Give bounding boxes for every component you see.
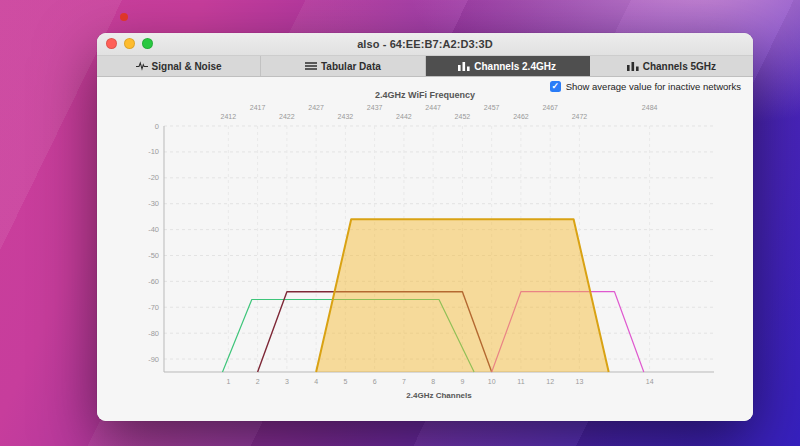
frequency-tick-label: 2462 — [513, 113, 529, 120]
channel-tick-label: 8 — [431, 378, 435, 385]
channel-tick-label: 12 — [546, 378, 554, 385]
tab-tabular-data[interactable]: Tabular Data — [261, 56, 425, 76]
frequency-tick-label: 2484 — [642, 104, 658, 111]
frequency-tick-label: 2417 — [250, 104, 266, 111]
list-icon — [305, 61, 317, 71]
frequency-tick-label: 2412 — [221, 113, 237, 120]
bar-chart-icon — [627, 61, 639, 71]
inactive-networks-checkbox-label: Show average value for inactive networks — [566, 81, 741, 92]
channel-tick-label: 4 — [314, 378, 318, 385]
channel-tick-label: 10 — [488, 378, 496, 385]
frequency-tick-label: 2442 — [396, 113, 412, 120]
y-tick-label: -60 — [148, 277, 159, 286]
tab-label: Channels 5GHz — [643, 61, 716, 72]
y-tick-label: 0 — [155, 122, 159, 131]
tab-channels-24ghz[interactable]: Channels 2.4GHz — [426, 56, 590, 76]
title-bar[interactable]: also - 64:EE:B7:A2:D3:3D — [97, 33, 753, 56]
y-tick-label: -70 — [148, 303, 159, 312]
y-tick-label: -20 — [148, 173, 159, 182]
x-axis-label: 2.4GHz Channels — [406, 391, 472, 400]
tab-bar: Signal & Noise Tabular Data Channels 2.4… — [97, 56, 753, 77]
frequency-tick-label: 2457 — [484, 104, 500, 111]
tab-label: Signal & Noise — [152, 61, 222, 72]
desktop: { "colors": { "accent_blue": "#2a7cf7", … — [0, 0, 800, 446]
y-tick-label: -90 — [148, 355, 159, 364]
channel-tick-label: 1 — [226, 378, 230, 385]
frequency-tick-label: 2472 — [572, 113, 588, 120]
channels-24ghz-chart: 0-10-20-30-40-50-60-70-80-90241224172422… — [114, 100, 736, 412]
red-status-dot — [120, 13, 128, 21]
y-tick-label: -10 — [148, 147, 159, 156]
minimize-button[interactable] — [124, 38, 135, 49]
bar-chart-icon — [458, 61, 470, 71]
tab-signal-noise[interactable]: Signal & Noise — [97, 56, 261, 76]
tab-label: Tabular Data — [321, 61, 381, 72]
wifi-analyzer-window: also - 64:EE:B7:A2:D3:3D Signal & Noise … — [97, 33, 753, 421]
frequency-tick-label: 2427 — [308, 104, 324, 111]
y-tick-label: -30 — [148, 199, 159, 208]
frequency-tick-label: 2437 — [367, 104, 383, 111]
inactive-networks-checkbox-row[interactable]: ✓ Show average value for inactive networ… — [550, 81, 741, 92]
channel-tick-label: 2 — [256, 378, 260, 385]
y-tick-label: -40 — [148, 225, 159, 234]
tab-channels-5ghz[interactable]: Channels 5GHz — [590, 56, 753, 76]
frequency-tick-label: 2422 — [279, 113, 295, 120]
channel-tick-label: 5 — [343, 378, 347, 385]
network-shape-orange — [316, 219, 609, 372]
chart-panel: ✓ Show average value for inactive networ… — [97, 77, 753, 421]
channel-tick-label: 14 — [646, 378, 654, 385]
channel-tick-label: 11 — [517, 378, 524, 385]
frequency-tick-label: 2447 — [425, 104, 441, 111]
frequency-tick-label: 2432 — [338, 113, 354, 120]
inactive-networks-checkbox[interactable]: ✓ — [550, 81, 561, 92]
channel-tick-label: 13 — [576, 378, 584, 385]
close-button[interactable] — [106, 38, 117, 49]
channel-tick-label: 6 — [373, 378, 377, 385]
zoom-button[interactable] — [142, 38, 153, 49]
waveform-icon — [136, 61, 148, 71]
window-title: also - 64:EE:B7:A2:D3:3D — [357, 38, 493, 50]
tab-label: Channels 2.4GHz — [474, 61, 556, 72]
traffic-lights — [106, 38, 153, 49]
y-tick-label: -50 — [148, 251, 159, 260]
channel-tick-label: 7 — [402, 378, 406, 385]
frequency-tick-label: 2467 — [542, 104, 558, 111]
y-tick-label: -80 — [148, 329, 159, 338]
channel-tick-label: 3 — [285, 378, 289, 385]
frequency-tick-label: 2452 — [455, 113, 471, 120]
channel-tick-label: 9 — [460, 378, 464, 385]
